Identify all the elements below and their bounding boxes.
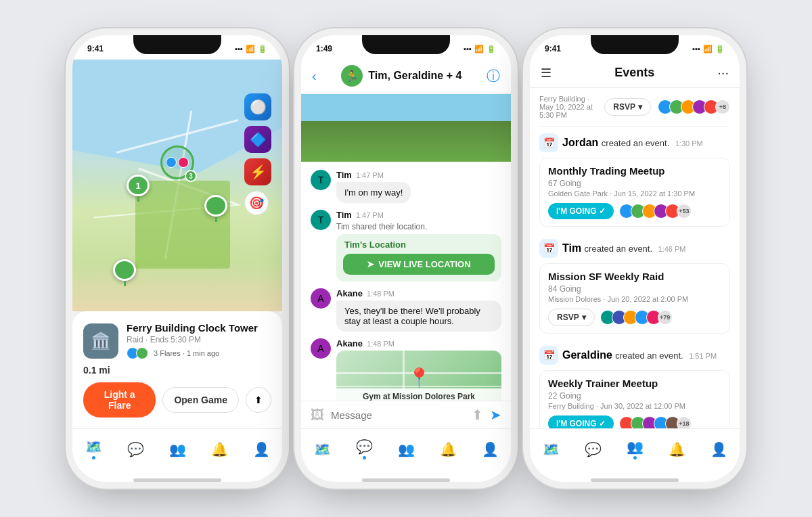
location-btn-label: VIEW LIVE LOCATION [378, 259, 470, 269]
event-creator-time-1: 1:30 PM [675, 139, 703, 148]
nav-people-1[interactable]: 👥 [161, 439, 194, 460]
arrow-up-icon[interactable]: ⬆ [472, 407, 483, 423]
send-button[interactable]: ➤ [490, 407, 501, 423]
map-pin-3[interactable] [113, 259, 136, 286]
map-pin-2[interactable] [204, 195, 227, 222]
profile-nav-icon-2: 👤 [482, 441, 499, 457]
first-event-avatars: +8 [658, 99, 730, 114]
event-creator-row-1: 📅 Jordan created an event. 1:30 PM [539, 127, 730, 155]
status-icons-2: ▪▪▪ 📶 🔋 [464, 45, 496, 53]
status-icons-1: ▪▪▪ 📶 🔋 [235, 45, 267, 53]
nav-people-active[interactable]: 👥 [618, 436, 652, 462]
events-header: ☰ Events ··· [530, 60, 740, 88]
notch-2 [362, 35, 450, 54]
event-item-1: 📅 Jordan created an event. 1:30 PM Month… [539, 127, 730, 227]
cluster-count: 3 [185, 170, 197, 182]
map-app-icons: ⚪ 🔷 ⚡ 🎯 [244, 93, 271, 215]
rsvp-button-2[interactable]: RSVP ▾ [548, 309, 595, 326]
map-pin-1[interactable]: 1 [127, 175, 150, 202]
map-card-title: Ferry Building Clock Tower [127, 322, 271, 334]
nav-bell-3[interactable]: 🔔 [660, 439, 694, 460]
nav-map[interactable]: 🗺️ [77, 436, 110, 462]
event-meta-2: Mission Dolores · Jun 20, 2022 at 2:00 P… [548, 295, 721, 303]
event-going-2: 84 Going [548, 284, 721, 294]
event-creator-text-2: Tim created an event. 1:46 PM [562, 242, 686, 254]
event-creator-row-3: 📅 Geraldine created an event. 1:51 PM [539, 339, 730, 367]
cluster-avatars [166, 157, 189, 168]
event-calendar-icon-2: 📅 [539, 239, 558, 258]
nav-dot-2 [363, 456, 366, 459]
menu-icon[interactable]: ☰ [541, 66, 551, 81]
ingress-icon[interactable]: 🔷 [244, 126, 271, 153]
light-flare-button[interactable]: Light a Flare [83, 382, 156, 418]
event-2-avatars: +79 [600, 310, 673, 325]
message-akane-1: A Akane 1:48 PM Yes, they'll be there! W… [311, 288, 501, 332]
map-nav-icon-2: 🗺️ [314, 441, 331, 457]
chat-info-button[interactable]: ⓘ [487, 67, 500, 85]
map-pin-tail-3 [124, 281, 126, 286]
message-tim-1: T Tim 1:47 PM I'm on my way! [311, 170, 501, 203]
tim-time-2: 1:47 PM [356, 211, 384, 219]
event-creator-text-3: Geraldine created an event. 1:51 PM [562, 349, 717, 361]
nav-profile-2[interactable]: 👤 [474, 439, 507, 460]
share-button[interactable]: ⬆ [246, 387, 271, 413]
event-creator-text-1: Jordan created an event. 1:30 PM [562, 137, 703, 149]
more-options-icon[interactable]: ··· [717, 65, 729, 81]
chat-nav-icon-2: 💬 [356, 439, 373, 455]
nav-map-2[interactable]: 🗺️ [306, 439, 339, 460]
back-button[interactable]: ‹ [312, 68, 317, 84]
event-creator-name-3: Geraldine [562, 349, 612, 361]
scene: 9:41 ▪▪▪ 📶 🔋 ⚪ 🔷 ⚡ 🎯 [52, 15, 760, 502]
cluster-circle: 3 [160, 145, 194, 179]
map-pin-circle-1: 1 [127, 175, 150, 196]
map-background[interactable]: ⚪ 🔷 ⚡ 🎯 1 [72, 60, 282, 311]
nav-chat-1[interactable]: 💬 [119, 439, 152, 460]
nav-people-2[interactable]: 👥 [390, 439, 423, 460]
akane-bubble-1: Yes, they'll be there! We'll probably st… [336, 300, 501, 332]
nav-bell-2[interactable]: 🔔 [432, 439, 465, 460]
first-rsvp-button[interactable]: RSVP ▾ [604, 98, 651, 116]
event-meta-3: Ferry Building · Jun 30, 2022 at 12:00 P… [548, 402, 721, 410]
time-2: 1:49 [316, 44, 332, 53]
image-picker-icon[interactable]: 🖼 [311, 407, 324, 423]
ev1-count: +53 [677, 204, 692, 219]
going-button-3[interactable]: I'M GOING ✓ [548, 415, 614, 428]
profile-nav-icon-3: 👤 [710, 441, 727, 457]
message-akane-map: A Akane 1:48 PM 📍 [311, 338, 501, 401]
view-live-location-button[interactable]: ➤ VIEW LIVE LOCATION [343, 254, 495, 275]
meta-flares: 3 Flares · 1 min ago [154, 349, 219, 357]
going-button-1[interactable]: I'M GOING ✓ [548, 203, 614, 219]
map-nav-icon-3: 🗺️ [543, 441, 560, 457]
event-calendar-icon-1: 📅 [539, 133, 558, 152]
event-meta-1: Golden Gate Park · Jun 15, 2022 at 1:30 … [548, 189, 721, 198]
open-game-button[interactable]: Open Game [162, 387, 239, 413]
nav-profile-3[interactable]: 👤 [702, 439, 736, 460]
map-thumbnail[interactable]: 📍 Gym at Mission Dolores Park [336, 351, 501, 401]
event-title-3: Weekly Trainer Meetup [548, 378, 721, 389]
hpwu-icon[interactable]: ⚡ [244, 158, 271, 185]
battery-icon-2: 🔋 [487, 45, 496, 53]
map-card-subtitle: Raid · Ends 5:30 PM [127, 335, 271, 344]
message-input[interactable] [331, 409, 465, 421]
events-scroll[interactable]: Ferry Building · May 10, 2022 at 5:30 PM… [530, 88, 740, 428]
nav-bell-1[interactable]: 🔔 [203, 439, 236, 460]
nav-chat-active[interactable]: 💬 [348, 436, 381, 462]
user-cluster[interactable]: 3 [160, 145, 194, 179]
map-pin-tail-2 [215, 217, 217, 222]
pokemongo-icon[interactable]: ⚪ [244, 93, 271, 120]
nav-map-3[interactable]: 🗺️ [535, 439, 568, 460]
nav-chat-3[interactable]: 💬 [577, 439, 610, 460]
tim-avatar-1: T [311, 170, 331, 190]
nav-profile-1[interactable]: 👤 [245, 439, 278, 460]
profile-nav-icon: 👤 [253, 441, 270, 457]
compass-icon[interactable]: 🎯 [244, 191, 269, 215]
home-indicator-2 [362, 478, 450, 482]
event-detail-card-2[interactable]: Mission SF Weekly Raid 84 Going Mission … [539, 263, 730, 334]
event-creator-time-2: 1:46 PM [658, 245, 686, 253]
tim-time-1: 1:47 PM [356, 171, 384, 179]
event-detail-card-1[interactable]: Monthly Trading Meetup 67 Going Golden G… [539, 158, 730, 227]
event-detail-card-3[interactable]: Weekly Trainer Meetup 22 Going Ferry Bui… [539, 370, 730, 428]
event-actions-2: RSVP ▾ +79 [548, 309, 721, 326]
ev2-count: +79 [658, 310, 673, 325]
tim-name-1: Tim [336, 170, 352, 180]
